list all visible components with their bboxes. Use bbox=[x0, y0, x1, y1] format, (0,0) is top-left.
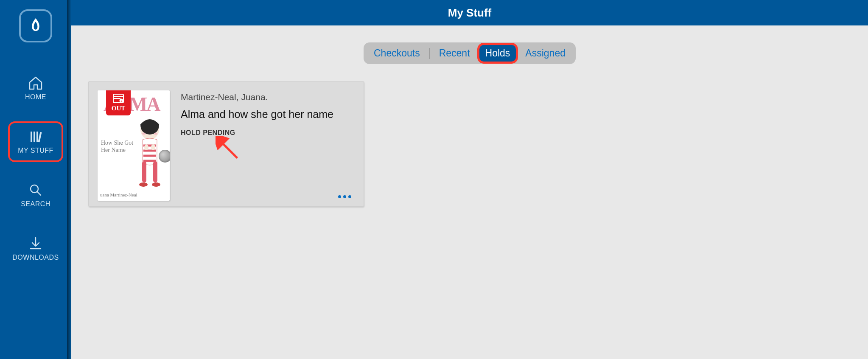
dot-icon bbox=[343, 195, 346, 198]
sidebar-item-label: DOWNLOADS bbox=[12, 254, 59, 261]
sidebar-item-mystuff[interactable]: MY STUFF bbox=[8, 121, 63, 162]
badge-label: OUT bbox=[112, 105, 126, 112]
page-title: My Stuff bbox=[448, 6, 492, 20]
svg-point-22 bbox=[139, 182, 148, 187]
sidebar: HOME MY STUFF SEARCH DOWNLOADS bbox=[0, 0, 71, 359]
book-meta: Martinez-Neal, Juana. Alma and how she g… bbox=[181, 90, 355, 201]
tab-assigned[interactable]: Assigned bbox=[519, 45, 571, 62]
page-title-bar: My Stuff bbox=[71, 0, 868, 25]
sidebar-item-search[interactable]: SEARCH bbox=[8, 175, 63, 216]
svg-rect-2 bbox=[36, 132, 38, 142]
out-badge: e OUT bbox=[106, 90, 131, 115]
svg-line-5 bbox=[37, 192, 41, 195]
download-icon bbox=[28, 236, 43, 251]
tab-holds[interactable]: Holds bbox=[479, 45, 516, 62]
more-button[interactable] bbox=[338, 195, 351, 198]
cover-medal bbox=[159, 150, 170, 163]
sidebar-item-home[interactable]: HOME bbox=[8, 68, 63, 109]
flame-icon bbox=[26, 17, 45, 35]
dot-icon bbox=[338, 195, 341, 198]
tabs: Checkouts Recent Holds Assigned bbox=[364, 42, 576, 64]
tab-recent[interactable]: Recent bbox=[433, 45, 476, 62]
svg-point-17 bbox=[154, 133, 157, 135]
svg-point-23 bbox=[152, 182, 160, 187]
svg-point-25 bbox=[151, 144, 155, 150]
svg-rect-1 bbox=[34, 132, 35, 142]
tabs-wrap: Checkouts Recent Holds Assigned bbox=[71, 42, 868, 64]
svg-rect-3 bbox=[38, 132, 42, 142]
bookshelf-icon bbox=[28, 129, 43, 144]
cover-author: uana Martinez-Neal bbox=[100, 192, 137, 197]
book-title: Alma and how she got her name bbox=[181, 108, 355, 121]
svg-point-16 bbox=[142, 133, 146, 135]
main-area: My Stuff Checkouts Recent Holds Assigned… bbox=[71, 0, 868, 359]
book-cover: e OUT ALMA How She Got Her Name uana Mar… bbox=[98, 90, 170, 201]
sidebar-item-label: HOME bbox=[25, 93, 46, 101]
cover-subtitle: How She Got Her Name bbox=[101, 140, 135, 154]
search-icon bbox=[28, 182, 43, 198]
tab-checkouts[interactable]: Checkouts bbox=[368, 45, 426, 62]
dot-icon bbox=[348, 195, 351, 198]
hold-card[interactable]: e OUT ALMA How She Got Her Name uana Mar… bbox=[88, 81, 364, 207]
svg-point-24 bbox=[144, 144, 148, 150]
home-icon bbox=[28, 76, 43, 91]
hold-status: HOLD PENDING bbox=[181, 129, 355, 137]
ebook-icon: e bbox=[113, 94, 124, 103]
svg-text:e: e bbox=[120, 99, 122, 103]
content: e OUT ALMA How She Got Her Name uana Mar… bbox=[71, 64, 868, 224]
sidebar-item-label: MY STUFF bbox=[18, 147, 53, 154]
sidebar-item-downloads[interactable]: DOWNLOADS bbox=[8, 228, 63, 269]
book-author: Martinez-Neal, Juana. bbox=[181, 92, 355, 102]
app-logo bbox=[19, 9, 52, 42]
svg-point-14 bbox=[145, 129, 148, 132]
sidebar-item-label: SEARCH bbox=[21, 200, 50, 208]
tab-separator bbox=[429, 48, 430, 59]
svg-rect-0 bbox=[31, 132, 32, 142]
svg-point-15 bbox=[152, 129, 154, 132]
